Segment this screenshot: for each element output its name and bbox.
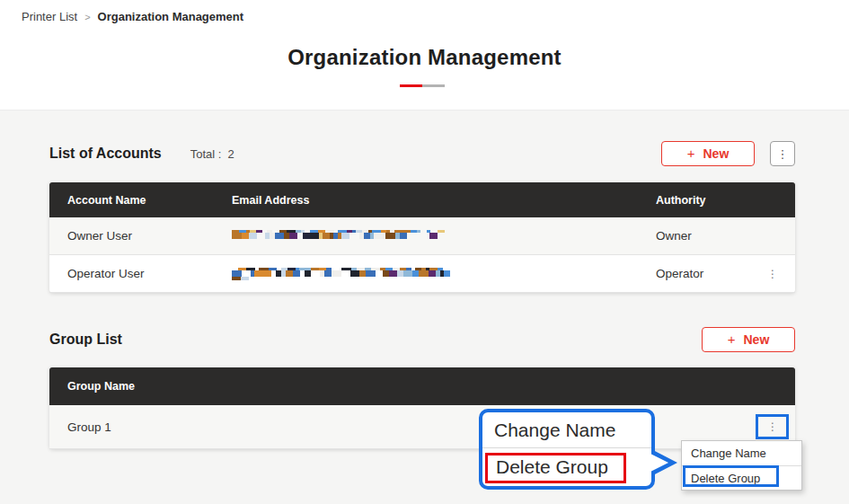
- accounts-table: Account Name Email Address Authority Own…: [49, 182, 795, 293]
- new-account-button-label: New: [703, 146, 729, 161]
- group-row-kebab-menu-icon[interactable]: ⋮: [767, 421, 778, 432]
- account-name: Owner User: [49, 229, 214, 243]
- accounts-total: Total : 2: [190, 147, 234, 161]
- groups-section-header: Group List + New: [49, 326, 795, 353]
- page-title: Organization Management: [0, 45, 849, 70]
- column-header-account-name: Account Name: [49, 194, 214, 207]
- column-header-authority: Authority: [638, 194, 795, 207]
- operator-row-kebab-menu-icon[interactable]: ⋮: [767, 269, 778, 279]
- accounts-section-header: List of Accounts Total : 2 + New ⋮: [49, 140, 795, 167]
- underline-gray-segment: [422, 84, 445, 87]
- accounts-kebab-menu-button[interactable]: ⋮: [770, 141, 795, 166]
- plus-icon: +: [687, 146, 695, 161]
- redacted-email: [232, 230, 446, 243]
- authority-value: Owner: [638, 229, 795, 243]
- title-underline: [400, 84, 445, 87]
- total-value: 2: [227, 147, 234, 161]
- accounts-table-header: Account Name Email Address Authority: [49, 182, 795, 217]
- table-row-owner: Owner User Owner: [49, 217, 795, 255]
- new-group-button[interactable]: + New: [702, 327, 795, 352]
- page-header: Printer List > Organization Management O…: [0, 0, 849, 111]
- menu-item-delete-group[interactable]: Delete Group: [682, 465, 801, 490]
- callout-divider: [482, 447, 651, 448]
- organization-management-page: Printer List > Organization Management O…: [0, 0, 849, 504]
- plus-icon: +: [728, 332, 736, 347]
- breadcrumb: Printer List > Organization Management: [22, 10, 243, 23]
- breadcrumb-printer-list[interactable]: Printer List: [22, 10, 77, 23]
- menu-item-change-name[interactable]: Change Name: [682, 441, 801, 465]
- group-context-menu: Change Name Delete Group: [681, 440, 802, 491]
- column-header-group-name: Group Name: [49, 380, 135, 393]
- breadcrumb-current: Organization Management: [98, 10, 244, 23]
- accounts-heading: List of Accounts: [49, 146, 162, 162]
- column-header-email-address: Email Address: [214, 194, 638, 207]
- callout-change-name: Change Name: [482, 412, 651, 447]
- new-account-button[interactable]: + New: [661, 141, 755, 166]
- kebab-menu-icon: ⋮: [777, 147, 789, 161]
- table-row-operator: Operator User Operator ⋮: [49, 255, 795, 293]
- groups-table: Group Name Group 1 ⋮: [49, 367, 795, 449]
- breadcrumb-separator-icon: >: [84, 12, 90, 22]
- annotation-callout-bubble: Change Name Delete Group: [479, 409, 655, 490]
- groups-table-header: Group Name: [49, 367, 795, 405]
- underline-red-segment: [400, 84, 422, 87]
- callout-delete-group: Delete Group: [485, 453, 626, 483]
- redacted-email: [232, 268, 452, 280]
- groups-heading: Group List: [49, 332, 122, 348]
- account-name: Operator User: [49, 267, 214, 280]
- group-name: Group 1: [49, 420, 111, 434]
- new-group-button-label: New: [743, 332, 769, 347]
- total-label: Total :: [190, 147, 222, 161]
